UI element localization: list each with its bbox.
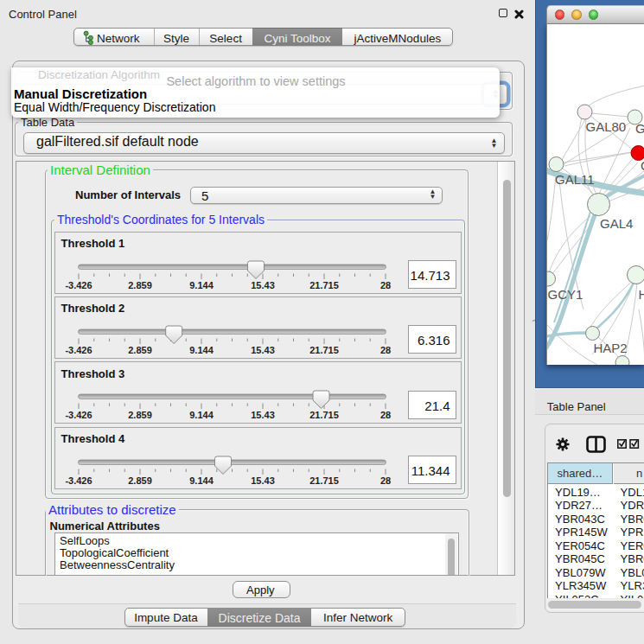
svg-text:9.144: 9.144 [189,475,214,486]
svg-text:-3.426: -3.426 [65,410,92,420]
svg-text:28: 28 [380,345,391,355]
svg-text:2.859: 2.859 [128,345,152,355]
svg-text:21.715: 21.715 [309,475,339,486]
svg-text:28: 28 [380,475,391,486]
svg-text:15.43: 15.43 [251,475,275,486]
svg-text:21.715: 21.715 [309,410,339,420]
svg-text:9.144: 9.144 [189,280,214,290]
svg-text:GA: GA [635,120,644,135]
svg-text:GAL11: GAL11 [555,171,595,186]
svg-text:9.144: 9.144 [189,345,214,355]
svg-text:28: 28 [380,280,391,290]
svg-text:H: H [638,286,644,301]
svg-text:-3.426: -3.426 [65,475,92,486]
svg-text:15.43: 15.43 [251,280,275,290]
svg-text:28: 28 [380,410,391,420]
svg-text:C: C [641,157,644,172]
svg-text:GCY1: GCY1 [547,287,583,302]
svg-text:15.43: 15.43 [251,345,275,355]
svg-text:GAL4: GAL4 [600,215,633,230]
svg-text:9.144: 9.144 [189,410,214,420]
svg-text:15.43: 15.43 [251,410,275,420]
svg-text:-3.426: -3.426 [65,345,92,355]
svg-text:GAL80: GAL80 [585,119,626,134]
svg-text:21.715: 21.715 [309,345,339,355]
svg-text:2.859: 2.859 [128,475,152,486]
svg-text:2.859: 2.859 [128,410,152,420]
svg-text:HAP2: HAP2 [593,340,627,354]
svg-text:-3.426: -3.426 [65,280,92,290]
svg-text:2.859: 2.859 [128,280,152,290]
svg-text:21.715: 21.715 [309,280,339,290]
